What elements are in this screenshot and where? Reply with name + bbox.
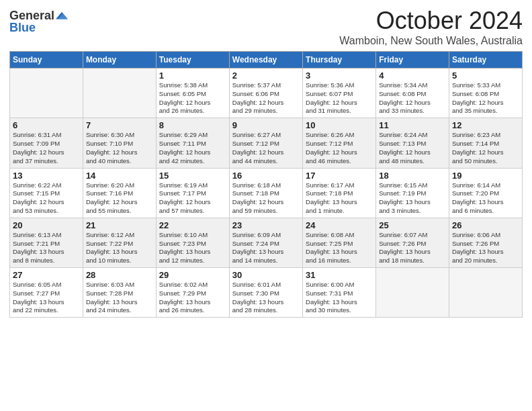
calendar-week-row: 13Sunrise: 6:22 AM Sunset: 7:15 PM Dayli… [10,168,523,218]
day-number: 15 [159,171,226,181]
day-number: 18 [379,171,446,181]
day-info: Sunrise: 6:18 AM Sunset: 7:18 PM Dayligh… [232,181,300,216]
day-info: Sunrise: 6:12 AM Sunset: 7:22 PM Dayligh… [86,231,153,265]
day-number: 14 [86,171,153,181]
day-info: Sunrise: 6:24 AM Sunset: 7:13 PM Dayligh… [379,131,446,165]
calendar-week-row: 6Sunrise: 6:31 AM Sunset: 7:09 PM Daylig… [10,118,523,168]
day-number: 1 [159,71,226,81]
calendar-cell: 13Sunrise: 6:22 AM Sunset: 7:15 PM Dayli… [10,168,83,218]
day-info: Sunrise: 6:17 AM Sunset: 7:18 PM Dayligh… [306,181,373,216]
calendar-cell: 9Sunrise: 6:27 AM Sunset: 7:12 PM Daylig… [229,118,302,168]
logo: General Blue [9,9,68,34]
calendar-cell: 2Sunrise: 5:37 AM Sunset: 6:06 PM Daylig… [229,68,302,118]
day-number: 30 [232,270,300,280]
calendar-week-row: 20Sunrise: 6:13 AM Sunset: 7:21 PM Dayli… [10,218,523,267]
day-number: 23 [232,220,300,230]
calendar-cell: 30Sunrise: 6:01 AM Sunset: 7:30 PM Dayli… [229,268,302,318]
day-number: 17 [306,171,373,181]
day-info: Sunrise: 6:08 AM Sunset: 7:25 PM Dayligh… [306,231,373,265]
calendar-cell: 27Sunrise: 6:05 AM Sunset: 7:27 PM Dayli… [10,268,83,318]
calendar-cell: 22Sunrise: 6:10 AM Sunset: 7:23 PM Dayli… [156,218,229,267]
calendar-cell: 5Sunrise: 5:33 AM Sunset: 6:08 PM Daylig… [449,68,522,118]
day-info: Sunrise: 6:20 AM Sunset: 7:16 PM Dayligh… [86,181,153,216]
day-info: Sunrise: 5:37 AM Sunset: 6:06 PM Dayligh… [232,81,300,116]
day-info: Sunrise: 6:30 AM Sunset: 7:10 PM Dayligh… [86,131,153,165]
day-number: 5 [452,71,519,81]
day-number: 4 [379,71,446,81]
day-info: Sunrise: 6:03 AM Sunset: 7:28 PM Dayligh… [86,281,153,315]
day-number: 19 [452,171,519,181]
day-info: Sunrise: 6:19 AM Sunset: 7:17 PM Dayligh… [159,181,226,216]
day-number: 6 [13,120,80,130]
day-number: 28 [86,270,153,280]
day-info: Sunrise: 5:36 AM Sunset: 6:07 PM Dayligh… [306,81,373,116]
calendar-cell: 10Sunrise: 6:26 AM Sunset: 7:12 PM Dayli… [303,118,376,168]
calendar-cell: 3Sunrise: 5:36 AM Sunset: 6:07 PM Daylig… [303,68,376,118]
day-number: 31 [306,270,373,280]
calendar-cell: 18Sunrise: 6:15 AM Sunset: 7:19 PM Dayli… [376,168,449,218]
calendar-cell [10,68,83,118]
day-number: 13 [13,171,80,181]
calendar-cell [83,68,156,118]
calendar-cell: 24Sunrise: 6:08 AM Sunset: 7:25 PM Dayli… [303,218,376,267]
day-info: Sunrise: 6:14 AM Sunset: 7:20 PM Dayligh… [452,181,519,216]
calendar-cell: 28Sunrise: 6:03 AM Sunset: 7:28 PM Dayli… [83,268,156,318]
day-info: Sunrise: 6:01 AM Sunset: 7:30 PM Dayligh… [232,281,300,315]
day-number: 27 [13,270,80,280]
calendar-cell: 29Sunrise: 6:02 AM Sunset: 7:29 PM Dayli… [156,268,229,318]
weekday-header-row: Sunday Monday Tuesday Wednesday Thursday… [10,52,523,68]
header-thursday: Thursday [303,52,376,68]
title-area: October 2024 Wamboin, New South Wales, A… [339,7,523,47]
day-number: 25 [379,220,446,230]
day-number: 9 [232,120,300,130]
calendar-cell: 14Sunrise: 6:20 AM Sunset: 7:16 PM Dayli… [83,168,156,218]
day-number: 12 [452,120,519,130]
calendar-week-row: 1Sunrise: 5:38 AM Sunset: 6:05 PM Daylig… [10,68,523,118]
day-info: Sunrise: 6:22 AM Sunset: 7:15 PM Dayligh… [13,181,80,216]
day-info: Sunrise: 6:23 AM Sunset: 7:14 PM Dayligh… [452,131,519,165]
calendar-cell: 11Sunrise: 6:24 AM Sunset: 7:13 PM Dayli… [376,118,449,168]
header-friday: Friday [376,52,449,68]
header-tuesday: Tuesday [156,52,229,68]
day-number: 16 [232,171,300,181]
calendar-cell: 17Sunrise: 6:17 AM Sunset: 7:18 PM Dayli… [303,168,376,218]
day-number: 29 [159,270,226,280]
calendar-cell [376,268,449,318]
day-info: Sunrise: 5:34 AM Sunset: 6:08 PM Dayligh… [379,81,446,116]
day-info: Sunrise: 6:05 AM Sunset: 7:27 PM Dayligh… [13,281,80,315]
day-number: 26 [452,220,519,230]
day-number: 24 [306,220,373,230]
day-info: Sunrise: 6:31 AM Sunset: 7:09 PM Dayligh… [13,131,80,165]
calendar-cell: 21Sunrise: 6:12 AM Sunset: 7:22 PM Dayli… [83,218,156,267]
day-number: 7 [86,120,153,130]
header: General Blue October 2024 Wamboin, New S… [9,7,523,47]
calendar-cell: 1Sunrise: 5:38 AM Sunset: 6:05 PM Daylig… [156,68,229,118]
page: General Blue October 2024 Wamboin, New S… [0,0,532,411]
calendar-cell: 31Sunrise: 6:00 AM Sunset: 7:31 PM Dayli… [303,268,376,318]
day-number: 2 [232,71,300,81]
header-saturday: Saturday [449,52,522,68]
day-number: 21 [86,220,153,230]
day-info: Sunrise: 6:02 AM Sunset: 7:29 PM Dayligh… [159,281,226,315]
day-info: Sunrise: 6:26 AM Sunset: 7:12 PM Dayligh… [306,131,373,165]
day-info: Sunrise: 6:13 AM Sunset: 7:21 PM Dayligh… [13,231,80,265]
day-info: Sunrise: 6:00 AM Sunset: 7:31 PM Dayligh… [306,281,373,315]
calendar-cell: 25Sunrise: 6:07 AM Sunset: 7:26 PM Dayli… [376,218,449,267]
day-info: Sunrise: 6:10 AM Sunset: 7:23 PM Dayligh… [159,231,226,265]
day-number: 11 [379,120,446,130]
calendar-cell: 23Sunrise: 6:09 AM Sunset: 7:24 PM Dayli… [229,218,302,267]
calendar-cell: 26Sunrise: 6:06 AM Sunset: 7:26 PM Dayli… [449,218,522,267]
day-info: Sunrise: 5:33 AM Sunset: 6:08 PM Dayligh… [452,81,519,116]
header-monday: Monday [83,52,156,68]
day-number: 22 [159,220,226,230]
day-info: Sunrise: 6:15 AM Sunset: 7:19 PM Dayligh… [379,181,446,216]
location: Wamboin, New South Wales, Australia [339,35,523,47]
calendar-cell [449,268,522,318]
day-number: 10 [306,120,373,130]
calendar-cell: 16Sunrise: 6:18 AM Sunset: 7:18 PM Dayli… [229,168,302,218]
calendar-cell: 6Sunrise: 6:31 AM Sunset: 7:09 PM Daylig… [10,118,83,168]
logo-general: General [9,9,54,21]
calendar-cell: 19Sunrise: 6:14 AM Sunset: 7:20 PM Dayli… [449,168,522,218]
day-number: 3 [306,71,373,81]
day-info: Sunrise: 6:07 AM Sunset: 7:26 PM Dayligh… [379,231,446,265]
